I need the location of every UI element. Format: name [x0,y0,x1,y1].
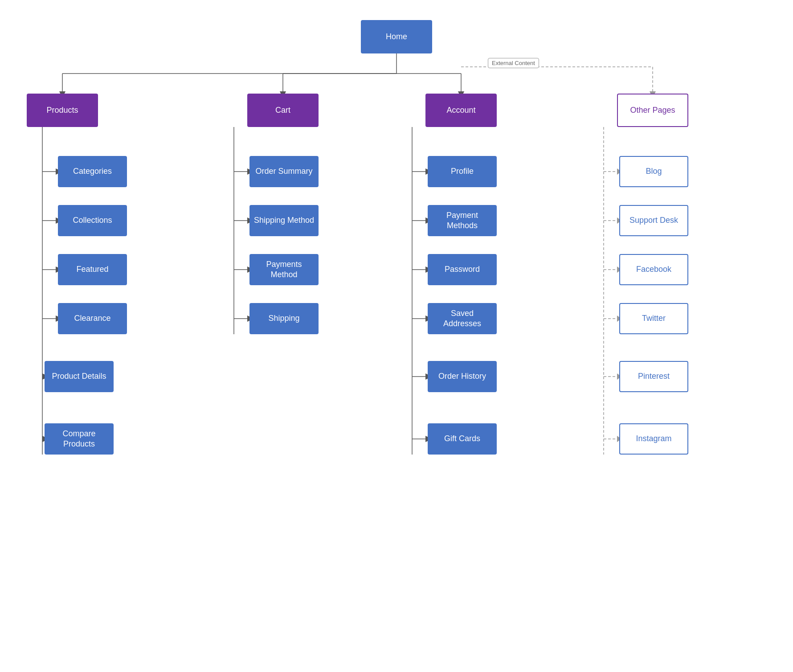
node-blog: Blog [619,156,688,187]
node-categories: Categories [58,156,127,187]
node-instagram: Instagram [619,423,688,455]
node-shipping: Shipping [249,303,319,334]
node-collections: Collections [58,205,127,236]
diagram: Home Products Cart Account Other Pages E… [0,0,793,672]
node-order-history: Order History [428,361,497,392]
node-support-desk: Support Desk [619,205,688,236]
node-twitter: Twitter [619,303,688,334]
node-other-pages: Other Pages [617,94,688,127]
node-pinterest: Pinterest [619,361,688,392]
node-facebook: Facebook [619,254,688,285]
node-cart: Cart [247,94,319,127]
node-account: Account [425,94,497,127]
node-product-details: Product Details [45,361,114,392]
node-order-summary: Order Summary [249,156,319,187]
node-compare-products: Compare Products [45,423,114,455]
node-profile: Profile [428,156,497,187]
node-home: Home [361,20,432,53]
node-products: Products [27,94,98,127]
node-clearance: Clearance [58,303,127,334]
node-payment-methods: Payment Methods [428,205,497,236]
node-featured: Featured [58,254,127,285]
external-content-label: External Content [488,58,539,68]
node-password: Password [428,254,497,285]
node-shipping-method: Shipping Method [249,205,319,236]
node-gift-cards: Gift Cards [428,423,497,455]
node-saved-addresses: Saved Addresses [428,303,497,334]
node-payments-method: Payments Method [249,254,319,285]
